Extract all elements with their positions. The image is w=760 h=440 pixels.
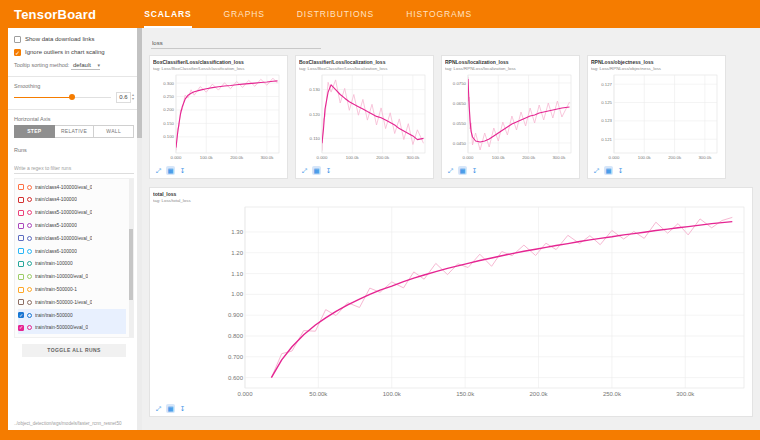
runs-section-label: Runs bbox=[14, 147, 134, 153]
tag-filter-input[interactable] bbox=[151, 38, 321, 49]
tab-histograms[interactable]: HISTOGRAMS bbox=[406, 0, 472, 28]
toggle-all-runs-button[interactable]: TOGGLE ALL RUNS bbox=[22, 344, 125, 357]
ignore-outliers-checkbox[interactable]: ✓ bbox=[14, 49, 21, 56]
svg-text:300.0k: 300.0k bbox=[676, 391, 695, 397]
scrollbar-thumb[interactable] bbox=[137, 28, 142, 138]
expand-icon[interactable]: ⤢ bbox=[154, 166, 163, 175]
sidebar-scrollbar[interactable] bbox=[137, 28, 142, 430]
run-checkbox[interactable] bbox=[18, 274, 24, 280]
ignore-outliers-row[interactable]: ✓ Ignore outliers in chart scaling bbox=[14, 48, 134, 56]
data-grid-icon[interactable]: ▦ bbox=[166, 404, 175, 413]
runs-filter-input[interactable] bbox=[14, 163, 134, 174]
run-checkbox[interactable] bbox=[18, 184, 24, 190]
run-checkbox[interactable] bbox=[18, 261, 24, 267]
run-item[interactable]: train/train-100000/eval_0 bbox=[18, 270, 126, 283]
svg-text:0.300: 0.300 bbox=[163, 81, 174, 86]
run-checkbox[interactable] bbox=[18, 210, 24, 216]
svg-text:100.0k: 100.0k bbox=[346, 155, 360, 160]
run-item[interactable]: ✓train/train-500000/eval_0 bbox=[18, 322, 126, 335]
smoothing-control: 0.6 ▴ ▾ bbox=[14, 92, 134, 103]
download-icon[interactable]: ↧ bbox=[616, 166, 625, 175]
axis-step-button[interactable]: STEP bbox=[14, 125, 55, 138]
runs-list-scrollbar[interactable] bbox=[129, 179, 133, 337]
chart-toolbar: ⤢ ▦ ↧ bbox=[445, 164, 576, 177]
slider-thumb[interactable] bbox=[69, 94, 75, 100]
svg-text:150.0k: 150.0k bbox=[456, 391, 475, 397]
expand-icon[interactable]: ⤢ bbox=[446, 166, 455, 175]
run-item[interactable]: train/class6-100000 bbox=[18, 245, 126, 258]
svg-text:0.800: 0.800 bbox=[228, 333, 244, 339]
line-chart[interactable]: 0.1210.1230.1250.1270.000100.0k200.0k300… bbox=[591, 72, 722, 164]
run-item[interactable]: train/class6-100000/eval_0 bbox=[18, 232, 126, 245]
line-chart[interactable]: 0.1000.1500.2000.2500.3000.000100.0k200.… bbox=[153, 72, 284, 164]
data-grid-icon[interactable]: ▦ bbox=[312, 166, 321, 175]
tab-distributions[interactable]: DISTRIBUTIONS bbox=[297, 0, 374, 28]
download-icon[interactable]: ↧ bbox=[324, 166, 333, 175]
run-label: train/class4-100000 bbox=[35, 197, 77, 202]
svg-text:1.20: 1.20 bbox=[231, 250, 243, 256]
svg-text:50.00k: 50.00k bbox=[309, 391, 328, 397]
run-color-swatch bbox=[27, 236, 32, 241]
svg-text:0.110: 0.110 bbox=[310, 136, 321, 141]
chart-title: BoxClassifier/Loss/classification_loss bbox=[153, 59, 284, 65]
run-item[interactable]: train/train-100000 bbox=[18, 258, 126, 271]
data-grid-icon[interactable]: ▦ bbox=[166, 166, 175, 175]
svg-text:300.0k: 300.0k bbox=[260, 155, 274, 160]
expand-icon[interactable]: ⤢ bbox=[300, 166, 309, 175]
chart-card: BoxClassifier/Loss/classification_loss t… bbox=[149, 55, 288, 179]
run-item[interactable]: ✓train/train-500000 bbox=[18, 309, 126, 322]
run-item[interactable]: train/class5-100000/eval_0 bbox=[18, 206, 126, 219]
axis-relative-button[interactable]: RELATIVE bbox=[55, 125, 95, 138]
axis-wall-button[interactable]: WALL bbox=[94, 125, 134, 138]
run-checkbox[interactable]: ✓ bbox=[18, 312, 24, 318]
scrollbar-thumb[interactable] bbox=[129, 229, 133, 300]
spinner-down-icon[interactable]: ▾ bbox=[132, 97, 134, 101]
run-item[interactable]: train/train-500000-1 bbox=[18, 283, 126, 296]
run-label: train/train-500000-1/eval_0 bbox=[35, 300, 92, 305]
chart-toolbar: ⤢ ▦ ↧ bbox=[591, 164, 722, 177]
scalar-cards-row: BoxClassifier/Loss/classification_loss t… bbox=[149, 55, 753, 179]
svg-text:0.150: 0.150 bbox=[163, 121, 174, 126]
smoothing-value[interactable]: 0.6 bbox=[116, 92, 131, 103]
smoothing-slider[interactable] bbox=[14, 92, 111, 102]
svg-text:0.000: 0.000 bbox=[237, 391, 253, 397]
svg-text:200.0k: 200.0k bbox=[230, 155, 244, 160]
data-grid-icon[interactable]: ▦ bbox=[604, 166, 613, 175]
line-chart[interactable]: 0.6000.7000.8000.9001.001.101.201.300.00… bbox=[153, 204, 749, 402]
run-checkbox[interactable]: ✓ bbox=[18, 325, 24, 331]
run-checkbox[interactable] bbox=[18, 299, 24, 305]
line-chart[interactable]: 0.04500.05500.06500.07500.000100.0k200.0… bbox=[445, 72, 576, 164]
run-label: train/train-500000-1 bbox=[35, 287, 77, 292]
chart-title: total_loss bbox=[153, 191, 749, 197]
smoothing-stepper[interactable]: ▴ ▾ bbox=[132, 93, 134, 101]
chart-toolbar: ⤢ ▦ ↧ bbox=[153, 402, 749, 415]
download-icon[interactable]: ↧ bbox=[178, 166, 187, 175]
expand-icon[interactable]: ⤢ bbox=[154, 404, 163, 413]
run-checkbox[interactable] bbox=[18, 223, 24, 229]
run-item[interactable]: train/class5-100000 bbox=[18, 219, 126, 232]
svg-text:0.130: 0.130 bbox=[309, 87, 320, 92]
data-grid-icon[interactable]: ▦ bbox=[458, 166, 467, 175]
chart-card: RPNLoss/localization_loss tag: Loss/RPNL… bbox=[441, 55, 580, 179]
run-checkbox[interactable] bbox=[18, 197, 24, 203]
svg-text:0.121: 0.121 bbox=[601, 137, 612, 142]
tab-graphs[interactable]: GRAPHS bbox=[224, 0, 265, 28]
expand-icon[interactable]: ⤢ bbox=[592, 166, 601, 175]
show-download-links-label: Show data download links bbox=[25, 35, 94, 43]
run-item[interactable]: train/train-500000-1/eval_0 bbox=[18, 296, 126, 309]
run-item[interactable]: train/class4-100000/eval_0 bbox=[18, 181, 126, 194]
show-download-links-row[interactable]: Show data download links bbox=[14, 35, 134, 43]
logdir-path: ../object_detection/wgs/models/faster_rc… bbox=[14, 421, 133, 427]
line-chart[interactable]: 0.1100.1200.1300.000100.0k200.0k300.0k bbox=[299, 72, 430, 164]
tab-scalars[interactable]: SCALARS bbox=[144, 0, 191, 28]
run-checkbox[interactable] bbox=[18, 248, 24, 254]
run-item[interactable]: train/class4-100000 bbox=[18, 194, 126, 207]
download-icon[interactable]: ↧ bbox=[178, 404, 187, 413]
run-checkbox[interactable] bbox=[18, 287, 24, 293]
run-checkbox[interactable] bbox=[18, 235, 24, 241]
chart-tag: tag: Loss/total_loss bbox=[153, 198, 749, 203]
download-icon[interactable]: ↧ bbox=[470, 166, 479, 175]
svg-text:0.000: 0.000 bbox=[171, 155, 182, 160]
tooltip-sorting-dropdown[interactable]: default ▾ bbox=[71, 62, 100, 70]
show-download-links-checkbox[interactable] bbox=[14, 36, 21, 43]
